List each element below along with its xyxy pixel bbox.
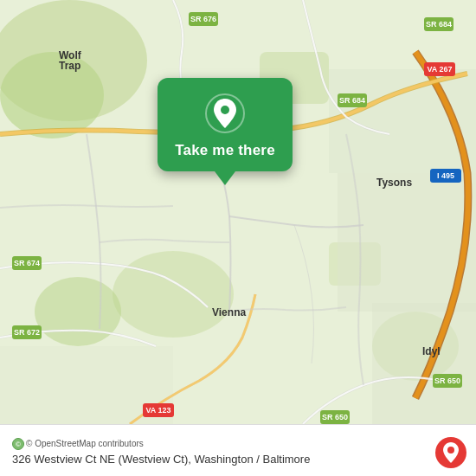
svg-text:Tysons: Tysons bbox=[376, 177, 412, 189]
osm-icon: © bbox=[12, 438, 24, 450]
moovit-icon bbox=[434, 436, 467, 469]
svg-text:SR 672: SR 672 bbox=[14, 328, 40, 337]
attribution: © © OpenStreetMap contributors bbox=[12, 438, 464, 450]
svg-point-42 bbox=[447, 447, 454, 453]
svg-point-40 bbox=[221, 106, 229, 114]
svg-text:VA 267: VA 267 bbox=[427, 65, 452, 74]
moovit-logo bbox=[434, 436, 467, 469]
svg-text:I 495: I 495 bbox=[437, 171, 454, 180]
take-me-there-button[interactable]: Take me there bbox=[175, 142, 275, 159]
location-popup: Take me there bbox=[134, 78, 316, 171]
popup-bubble[interactable]: Take me there bbox=[158, 78, 293, 171]
svg-text:SR 676: SR 676 bbox=[190, 15, 216, 23]
svg-text:SR 650: SR 650 bbox=[322, 413, 348, 421]
svg-point-2 bbox=[0, 52, 104, 138]
svg-text:SR 684: SR 684 bbox=[426, 20, 452, 29]
svg-text:Trap: Trap bbox=[59, 60, 80, 72]
svg-text:VA 123: VA 123 bbox=[145, 406, 170, 415]
attribution-text: © OpenStreetMap contributors bbox=[26, 439, 144, 448]
pin-icon bbox=[205, 93, 245, 133]
map-container: SR 676 SR 684 SR 684 VA 267 VA 267 I 495… bbox=[0, 0, 476, 424]
svg-text:Idyl: Idyl bbox=[422, 345, 441, 357]
svg-text:Vienna: Vienna bbox=[212, 306, 246, 318]
info-bar: © © OpenStreetMap contributors 326 Westv… bbox=[0, 424, 476, 476]
svg-point-5 bbox=[35, 277, 121, 346]
svg-text:SR 650: SR 650 bbox=[434, 376, 460, 385]
svg-point-4 bbox=[113, 251, 234, 338]
address-text: 326 Westview Ct NE (Westview Ct), Washin… bbox=[12, 453, 464, 466]
svg-rect-10 bbox=[372, 303, 476, 424]
svg-text:SR 674: SR 674 bbox=[14, 259, 40, 267]
svg-text:SR 684: SR 684 bbox=[339, 96, 365, 105]
